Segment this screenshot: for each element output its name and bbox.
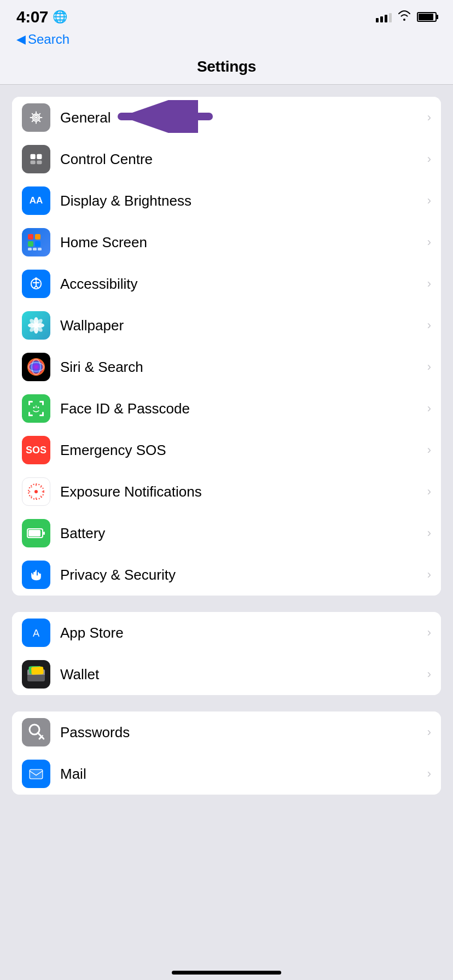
page-title-bar: Settings xyxy=(0,52,453,85)
mail-chevron: › xyxy=(427,767,431,781)
emergency-sos-chevron: › xyxy=(427,443,431,457)
passwords-chevron: › xyxy=(427,725,431,739)
exposure-icon xyxy=(22,477,50,506)
emergency-sos-icon: SOS xyxy=(22,436,50,464)
signal-bar-3 xyxy=(385,15,387,22)
svg-point-48 xyxy=(36,498,37,499)
svg-rect-56 xyxy=(28,530,40,536)
settings-item-passwords[interactable]: Passwords › xyxy=(12,711,441,753)
svg-rect-12 xyxy=(35,241,40,247)
back-label: Search xyxy=(28,32,69,47)
accessibility-chevron: › xyxy=(427,277,431,291)
svg-line-21 xyxy=(36,286,38,288)
svg-point-31 xyxy=(27,358,45,376)
svg-point-46 xyxy=(34,490,38,493)
passwords-icon xyxy=(22,718,50,746)
general-chevron: › xyxy=(427,110,431,125)
back-button[interactable]: ◀ Search xyxy=(16,32,437,47)
signal-bars xyxy=(376,11,392,22)
emergency-sos-label: Emergency SOS xyxy=(60,442,427,459)
svg-point-30 xyxy=(33,323,39,328)
settings-item-face-id[interactable]: Face ID & Passcode › xyxy=(12,388,441,429)
svg-rect-57 xyxy=(43,532,45,535)
battery-icon xyxy=(417,12,437,22)
settings-item-emergency-sos[interactable]: SOS Emergency SOS › xyxy=(12,429,441,471)
battery-fill xyxy=(419,14,433,20)
battery-label: Battery xyxy=(60,525,427,542)
battery-settings-icon xyxy=(22,519,50,547)
svg-point-49 xyxy=(29,491,31,493)
settings-group-2: A App Store › xyxy=(12,612,441,695)
svg-point-53 xyxy=(31,495,32,497)
settings-item-wallpaper[interactable]: Wallpaper › xyxy=(12,305,441,346)
settings-item-wallet[interactable]: Wallet › xyxy=(12,654,441,695)
app-store-chevron: › xyxy=(427,626,431,640)
wifi-icon xyxy=(397,10,411,24)
settings-item-accessibility[interactable]: Accessibility › xyxy=(12,263,441,305)
mail-icon xyxy=(22,760,50,788)
settings-item-mail[interactable]: Mail › xyxy=(12,753,441,795)
settings-item-siri-search[interactable]: Siri & Search › xyxy=(12,346,441,388)
signal-bar-2 xyxy=(380,16,383,22)
svg-rect-5 xyxy=(37,154,42,159)
passwords-label: Passwords xyxy=(60,724,427,741)
back-chevron-icon: ◀ xyxy=(16,32,26,46)
svg-point-0 xyxy=(35,116,37,119)
settings-content: General › xyxy=(0,85,453,823)
home-screen-label: Home Screen xyxy=(60,234,427,251)
svg-rect-11 xyxy=(28,241,33,247)
svg-rect-41 xyxy=(42,412,44,416)
svg-point-50 xyxy=(42,491,44,493)
svg-rect-6 xyxy=(31,161,36,165)
wallet-label: Wallet xyxy=(60,666,427,683)
face-id-label: Face ID & Passcode xyxy=(60,400,427,417)
settings-item-app-store[interactable]: A App Store › xyxy=(12,612,441,654)
home-indicator xyxy=(172,971,281,975)
wallpaper-chevron: › xyxy=(427,318,431,332)
siri-icon xyxy=(22,353,50,381)
svg-rect-69 xyxy=(30,769,43,779)
svg-rect-13 xyxy=(28,248,32,250)
svg-point-54 xyxy=(40,495,42,497)
svg-rect-4 xyxy=(31,154,36,159)
settings-item-general[interactable]: General › xyxy=(12,97,441,138)
svg-rect-7 xyxy=(37,161,42,165)
control-centre-icon xyxy=(22,145,50,173)
svg-point-42 xyxy=(33,407,35,409)
settings-item-home-screen[interactable]: Home Screen › xyxy=(12,221,441,263)
settings-item-display-brightness[interactable]: AA Display & Brightness › xyxy=(12,180,441,221)
signal-bar-4 xyxy=(389,13,392,22)
settings-item-battery[interactable]: Battery › xyxy=(12,512,441,554)
svg-point-52 xyxy=(40,486,42,488)
privacy-icon xyxy=(22,561,50,589)
accessibility-label: Accessibility xyxy=(60,276,427,293)
privacy-label: Privacy & Security xyxy=(60,567,427,584)
privacy-chevron: › xyxy=(427,568,431,582)
settings-item-privacy[interactable]: Privacy & Security › xyxy=(12,554,441,596)
settings-item-exposure[interactable]: Exposure Notifications › xyxy=(12,471,441,512)
settings-item-control-centre[interactable]: Control Centre › xyxy=(12,138,441,180)
svg-point-43 xyxy=(38,407,39,409)
general-icon xyxy=(22,103,50,132)
svg-text:A: A xyxy=(33,627,40,639)
signal-bar-1 xyxy=(376,18,379,22)
home-screen-icon xyxy=(22,228,50,256)
wallet-icon xyxy=(22,660,50,689)
face-id-icon xyxy=(22,394,50,423)
siri-search-label: Siri & Search xyxy=(60,359,427,376)
exposure-label: Exposure Notifications xyxy=(60,483,427,500)
status-bar: 4:07 🌐 xyxy=(0,0,453,30)
control-centre-chevron: › xyxy=(427,152,431,166)
status-left: 4:07 🌐 xyxy=(16,8,67,26)
display-brightness-chevron: › xyxy=(427,194,431,208)
svg-rect-64 xyxy=(31,667,44,675)
battery-chevron: › xyxy=(427,526,431,540)
display-brightness-label: Display & Brightness xyxy=(60,192,427,209)
app-store-icon: A xyxy=(22,619,50,647)
nav-back: ◀ Search xyxy=(0,30,453,52)
svg-rect-35 xyxy=(28,401,30,405)
home-screen-chevron: › xyxy=(427,235,431,249)
control-centre-label: Control Centre xyxy=(60,151,427,168)
settings-group-1: General › xyxy=(12,97,441,596)
wallet-chevron: › xyxy=(427,667,431,681)
